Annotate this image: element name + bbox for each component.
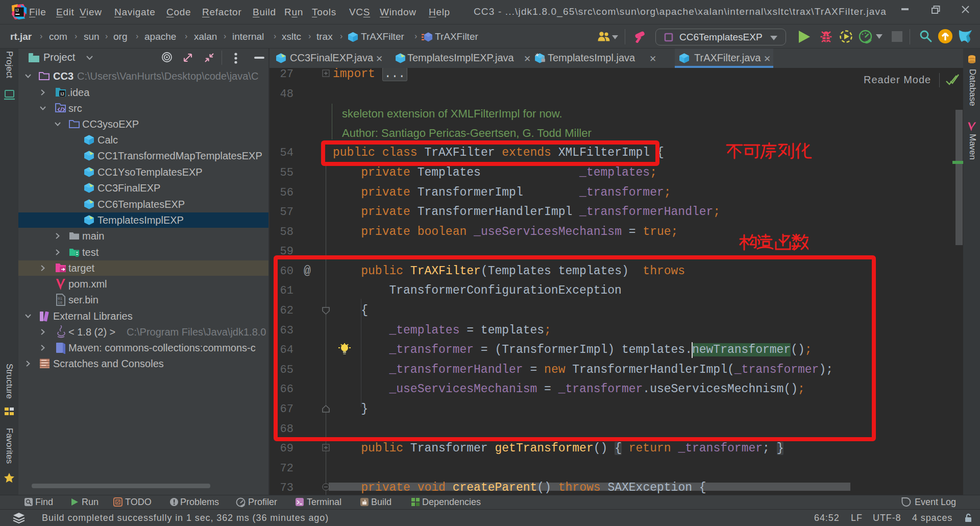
svg-text:01: 01 <box>58 297 63 301</box>
svg-text:IJ: IJ <box>61 91 64 97</box>
svg-text:IJ: IJ <box>15 8 18 13</box>
svg-text:10: 10 <box>58 301 63 305</box>
